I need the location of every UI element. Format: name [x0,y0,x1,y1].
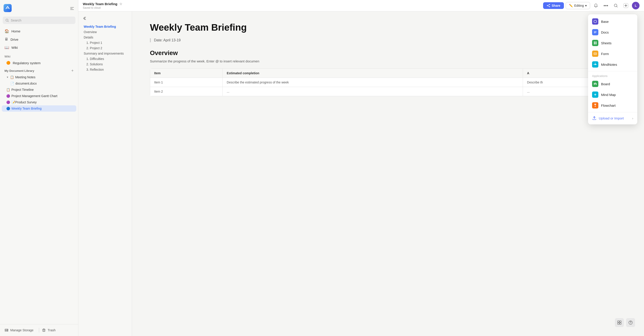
form-icon [592,50,598,57]
tree-item-document-docx[interactable]: 📄 document.docx [2,80,76,86]
toc-item-difficulties[interactable]: 1. Difficulties [82,56,128,62]
dropdown-item-form[interactable]: Form [588,48,637,59]
dropdown-item-flowchart-label: Flowchart [601,104,616,108]
mindnotes-icon [592,61,598,68]
bell-button[interactable] [592,2,600,9]
trash-button[interactable]: Trash [42,328,74,332]
floating-buttons [615,318,635,327]
toc-item-reflection[interactable]: 3. Reflection [82,67,128,72]
share-button[interactable]: Share [543,2,564,9]
editing-label: Editing [574,4,584,8]
search-button[interactable] [612,2,620,9]
svg-rect-26 [620,323,621,324]
svg-rect-51 [594,104,596,105]
floating-layout-button[interactable] [615,318,624,327]
dropdown-item-form-label: Form [601,52,609,56]
search-label: Search [11,18,22,22]
dropdown-item-base[interactable]: Base [588,16,637,27]
document-main-title: Weekly Team Briefing [150,22,626,33]
svg-line-16 [548,5,549,5]
manage-storage-button[interactable]: Manage Storage [4,328,36,332]
floating-help-button[interactable] [626,318,635,327]
doc-area: Weekly Team Briefing Overview Details 1.… [78,12,644,336]
dropdown-upload-import[interactable]: Upload or Import › [588,114,637,122]
pencil-icon: ✏️ [569,4,573,8]
logo[interactable] [4,4,12,13]
add-button[interactable] [622,2,630,9]
bell-icon [594,3,598,8]
svg-rect-33 [594,42,595,43]
sidebar-item-label: Home [12,29,20,33]
toc-item-weekly-briefing[interactable]: Weekly Team Briefing [82,24,128,29]
toc-item-solutions[interactable]: 2. Solutions [82,62,128,67]
dropdown-item-flowchart[interactable]: Flowchart [588,100,637,111]
toc-collapse-button[interactable] [82,16,87,21]
tree-item-icon: 🔵 [6,107,10,110]
sidebar-item-drive[interactable]: 🖥 Drive [2,35,76,44]
upload-icon [592,116,596,120]
create-dropdown-menu: Base Docs Sheets [588,14,637,124]
table-row: Item 1 Describe the estimated progress o… [150,78,626,87]
share-icon [547,4,550,8]
search-bar[interactable]: Search [3,16,76,24]
document-content: Weekly Team Briefing Date: April 13-19 O… [132,12,644,336]
regulatory-icon: 🟠 [6,61,10,65]
svg-marker-29 [594,20,596,23]
table-cell-estimated2: ... [223,87,523,96]
share-label: Share [552,4,560,8]
tree-item-label: 📝Product Survey [12,100,37,104]
doc-title: Weekly Team Briefing [83,2,118,6]
doc-title-area: Weekly Team Briefing ☆ Saved to cloud [83,2,540,10]
applications-section-label: Applications [588,73,637,78]
toc-item-details[interactable]: Details [82,35,128,40]
sidebar-item-home[interactable]: 🏠 Home [2,27,76,35]
editing-button[interactable]: ✏️ Editing ▾ [566,2,590,9]
footer-divider [39,328,39,332]
sidebar-item-wiki[interactable]: 📖 Wiki [2,44,76,52]
sidebar-header [0,0,78,15]
toc-item-overview[interactable]: Overview [82,29,128,35]
search-icon [5,18,9,22]
dropdown-item-sheets[interactable]: Sheets [588,38,637,48]
svg-rect-45 [596,83,596,85]
dropdown-item-docs[interactable]: Docs [588,27,637,38]
dropdown-divider-2 [588,112,637,112]
tree-item-meeting-notes[interactable]: ▼ 📋 Meeting Notes [2,74,76,80]
dropdown-item-sheets-label: Sheets [601,41,612,45]
collapse-sidebar-button[interactable] [70,6,74,11]
svg-point-42 [594,64,594,65]
board-icon [592,81,598,87]
document-date: Date: April 13-19 [150,38,626,42]
svg-rect-1 [70,7,74,8]
tree-item-weekly-briefing[interactable]: 🔵 Weekly Team Briefing [2,105,76,112]
svg-line-17 [548,6,549,6]
overview-title: Overview [150,50,626,56]
tree-item-gantt-chart[interactable]: 🟣 Project Management Gantt Chart [2,93,76,99]
tree-item-label: Weekly Team Briefing [12,107,42,110]
tree-item-project-timeline[interactable]: 📋 Project Timeline [2,86,76,93]
dropdown-item-mindmap[interactable]: Mind Map [588,89,637,100]
toc-item-project2[interactable]: 2. Project 2 [82,46,128,51]
svg-rect-10 [43,329,45,332]
more-button[interactable]: ••• [602,2,610,9]
table-cell-estimated1: Describe the estimated progress of the w… [223,78,523,87]
tree-item-product-survey[interactable]: 🟣 📝Product Survey [2,99,76,105]
doc-subtitle: Saved to cloud [83,6,540,10]
dropdown-item-mindnotes-label: MindNotes [601,63,617,66]
svg-rect-43 [594,83,594,85]
table-header-item: Item [150,69,223,78]
dropdown-item-board[interactable]: Board [588,78,637,89]
wiki-item-regulatory[interactable]: 🟠 Regulatory system [2,59,76,67]
toc-item-project1[interactable]: 1. Project 1 [82,40,128,46]
svg-rect-44 [595,82,596,84]
dropdown-item-mindnotes[interactable]: MindNotes [588,59,637,70]
docs-icon [592,29,598,35]
tree-toggle-icon: ▼ [6,76,9,78]
add-doc-button[interactable]: + [71,68,74,73]
progress-table: Item Estimated completion A Item 1 Descr… [150,68,626,96]
star-button[interactable]: ☆ [119,2,122,6]
toc-item-summary[interactable]: Summary and improvements [82,51,128,56]
avatar-button[interactable]: L [632,2,640,10]
sidebar: Search 🏠 Home 🖥 Drive 📖 Wiki Wiki 🟠 Regu… [0,0,78,336]
tree-item-label: Meeting Notes [15,76,35,79]
